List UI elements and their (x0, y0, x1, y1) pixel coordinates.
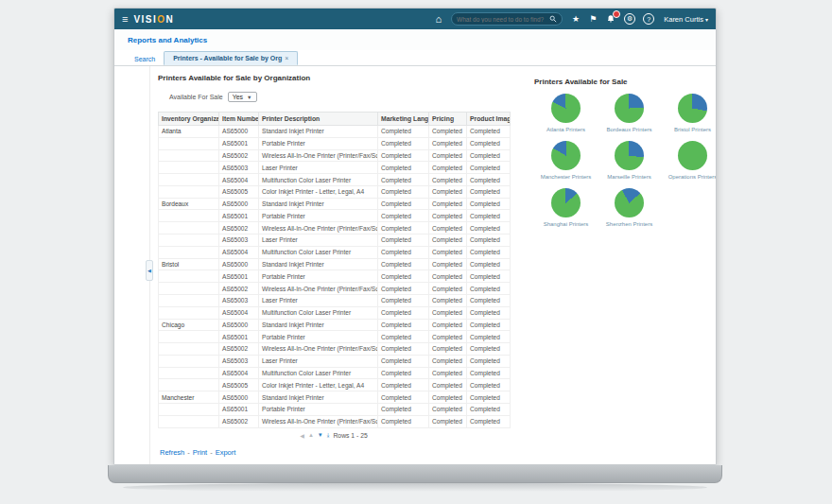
table-cell (159, 367, 219, 379)
table-row[interactable]: AS65005Color Inkjet Printer - Letter, Le… (159, 379, 511, 391)
table-cell: Completed (378, 137, 429, 149)
table-cell: Completed (378, 174, 429, 186)
table-cell: Completed (467, 174, 511, 186)
table-row[interactable]: AS65002Wireless All-In-One Printer (Prin… (159, 222, 511, 235)
global-search[interactable] (451, 12, 563, 26)
tab-search[interactable]: Search (126, 53, 164, 65)
table-cell: Laser Printer (259, 235, 378, 247)
refresh-link[interactable]: Refresh (160, 448, 184, 457)
close-icon[interactable]: × (285, 55, 288, 61)
pie-chart-cell: Marseille Printers (598, 141, 661, 180)
table-row[interactable]: ManchesterAS65000Standard Inkjet Printer… (159, 391, 511, 404)
pie-chart[interactable] (615, 188, 644, 217)
table-cell: Completed (467, 222, 511, 235)
table-row[interactable]: AS65001Portable PrinterCompletedComplete… (159, 210, 511, 222)
favorites-star-icon[interactable]: ★ (572, 15, 580, 24)
table-row[interactable]: AS65004Multifunction Color Laser Printer… (159, 174, 511, 186)
col-item-number[interactable]: Item Number (219, 113, 259, 126)
pie-chart[interactable] (551, 188, 581, 217)
table-row[interactable]: AS65002Wireless All-In-One Printer (Prin… (159, 283, 511, 295)
table-row[interactable]: AS65003Laser PrinterCompletedCompletedCo… (159, 355, 511, 367)
available-for-sale-select[interactable]: Yes▼ (228, 92, 257, 102)
col-pricing[interactable]: Pricing (429, 113, 467, 126)
table-cell: Completed (378, 258, 429, 270)
search-input[interactable] (457, 16, 549, 23)
home-icon[interactable]: ⌂ (435, 14, 442, 25)
table-cell: Completed (378, 162, 429, 174)
table-row[interactable]: AS65002Wireless All-In-One Printer (Prin… (159, 149, 511, 162)
table-cell (159, 403, 219, 415)
page-down-icon[interactable]: ▼ (318, 432, 323, 438)
table-row[interactable]: BristolAS65000Standard Inkjet PrinterCom… (159, 258, 511, 270)
tab-printers-report[interactable]: Printers - Available for Sale by Org× (164, 51, 298, 65)
notifications-bell-icon[interactable] (606, 14, 615, 24)
table-cell: Completed (467, 258, 511, 270)
table-row[interactable]: AS65002Wireless All-In-One Printer (Prin… (159, 343, 511, 356)
app-window: ≡ VISION ⌂ ★ ⚑ ⚙ ? Karen Curtis ▾ Report… (113, 8, 717, 465)
page-first-icon[interactable]: ◀ (300, 432, 304, 439)
table-cell: Completed (467, 343, 511, 356)
table-cell: Completed (378, 270, 429, 283)
col-printer-description[interactable]: Printer Description (259, 113, 378, 126)
table-cell: Completed (378, 235, 429, 247)
table-row[interactable]: AS65001Portable PrinterCompletedComplete… (159, 137, 511, 149)
table-cell: Standard Inkjet Printer (259, 198, 378, 210)
table-row[interactable]: AS65004Multifunction Color Laser Printer… (159, 246, 511, 258)
search-icon[interactable] (549, 15, 557, 23)
table-row[interactable]: BordeauxAS65000Standard Inkjet PrinterCo… (159, 198, 511, 210)
pie-chart[interactable] (615, 141, 644, 170)
export-link[interactable]: Export (216, 448, 236, 457)
table-row[interactable]: AS65003Laser PrinterCompletedCompletedCo… (159, 294, 511, 306)
table-cell: Completed (467, 331, 511, 343)
settings-icon[interactable]: ⚙ (624, 13, 635, 25)
page-up-icon[interactable]: ▲ (308, 432, 314, 438)
pie-chart[interactable] (551, 94, 581, 123)
pie-chart[interactable] (551, 141, 581, 170)
pie-chart[interactable] (615, 94, 644, 123)
table-row[interactable]: AS65004Multifunction Color Laser Printer… (159, 306, 511, 319)
pie-chart-label: Bordeaux Printers (606, 127, 651, 132)
table-row[interactable]: AS65001Portable PrinterCompletedComplete… (159, 403, 511, 415)
table-row[interactable]: AS65001Portable PrinterCompletedComplete… (159, 331, 511, 343)
table-row[interactable]: AS65005Color Inkjet Printer - Letter, Le… (159, 185, 511, 198)
table-cell: AS65001 (219, 137, 259, 149)
help-icon[interactable]: ? (643, 13, 654, 25)
table-cell: Portable Printer (259, 137, 378, 149)
watchlist-flag-icon[interactable]: ⚑ (589, 15, 597, 24)
table-row[interactable]: AS65001Portable PrinterCompletedComplete… (159, 270, 511, 283)
table-cell: Multifunction Color Laser Printer (259, 246, 378, 258)
table-cell: AS65002 (219, 222, 259, 235)
pie-chart-cell: Shanghai Printers (534, 188, 598, 227)
pie-chart[interactable] (678, 94, 707, 123)
table-cell: AS65000 (219, 391, 259, 404)
col-inventory-organization[interactable]: Inventory Organization (159, 113, 219, 126)
pie-chart[interactable] (678, 141, 707, 170)
user-menu[interactable]: Karen Curtis ▾ (664, 15, 708, 24)
pie-chart-cell: Shenzhen Printers (598, 188, 661, 227)
col-product-images[interactable]: Product Images (467, 113, 511, 126)
page-last-icon[interactable]: ⤓ (327, 432, 330, 439)
table-row[interactable]: AtlantaAS65000Standard Inkjet PrinterCom… (159, 126, 511, 138)
table-cell: Completed (378, 379, 429, 391)
table-row[interactable]: AS65002Wireless All-In-One Printer (Prin… (159, 415, 511, 427)
filter-label: Available For Sale (169, 94, 223, 100)
chevron-down-icon: ▾ (705, 17, 708, 23)
filter-row: Available For Sale Yes▼ (169, 92, 515, 102)
table-cell: Color Inkjet Printer - Letter, Legal, A4 (259, 185, 378, 198)
table-row[interactable]: ChicagoAS65000Standard Inkjet PrinterCom… (159, 319, 511, 331)
panel-collapse-handle[interactable]: ◀ (146, 260, 153, 281)
chevron-down-icon: ▼ (247, 95, 251, 100)
reports-analytics-link[interactable]: Reports and Analytics (128, 36, 207, 44)
table-row[interactable]: AS65004Multifunction Color Laser Printer… (159, 367, 511, 379)
print-link[interactable]: Print (193, 448, 207, 457)
table-cell (159, 343, 219, 356)
table-cell: Color Inkjet Printer - Letter, Legal, A4 (259, 379, 378, 391)
table-cell: Completed (378, 331, 429, 343)
table-row[interactable]: AS65003Laser PrinterCompletedCompletedCo… (159, 235, 511, 247)
report-title: Printers Available for Sale by Organizat… (158, 74, 515, 82)
menu-icon[interactable]: ≡ (122, 14, 128, 25)
table-cell: Standard Inkjet Printer (259, 126, 378, 138)
col-marketing-language[interactable]: Marketing Language (378, 113, 429, 126)
table-row[interactable]: AS65003Laser PrinterCompletedCompletedCo… (159, 162, 511, 174)
table-cell: Completed (429, 379, 467, 391)
